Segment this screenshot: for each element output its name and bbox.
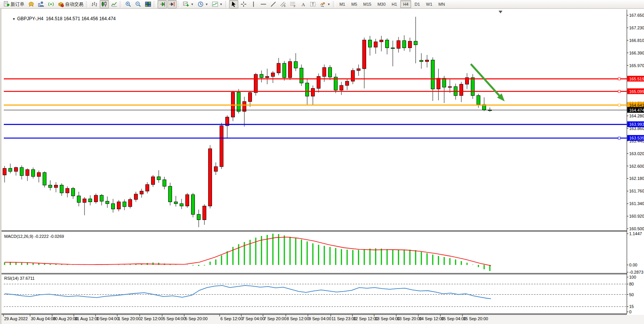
candle-body [106,201,109,204]
line-handle[interactable] [618,104,620,106]
signals-button[interactable] [46,0,56,8]
trendline-icon [270,1,276,7]
candlestick-icon [101,1,107,7]
candle-body [43,173,46,185]
time-axis[interactable]: 29 Aug 202230 Aug 04:0030 Aug 20:0031 Au… [2,314,644,324]
toolbar-group-0: 新订单自动交易 [2,0,85,9]
toolbar-separator [154,1,156,7]
candle-body [431,60,435,89]
cursor-tool-button[interactable] [229,0,238,8]
timeframe-m1-button[interactable]: M1 [337,0,348,8]
bar-chart-mode-button[interactable] [90,0,99,8]
toolbar-group-2 [123,0,153,9]
candle-body [14,167,18,171]
zoom-in-icon [125,1,131,7]
svg-text:5 Sep 04:00: 5 Sep 04:00 [163,316,185,321]
strategy-tester-button[interactable] [37,0,46,8]
candle-body [72,188,75,196]
text-tool-button[interactable]: A [298,0,308,8]
svg-text:163.993: 163.993 [629,122,644,127]
svg-text:162.600: 162.600 [629,164,644,168]
svg-text:166.810: 166.810 [629,38,644,43]
toolbar-separator [333,1,336,7]
new-chart-dropdown[interactable]: ▼ [182,0,195,8]
timeframe-d1-button[interactable]: D1 [412,0,422,8]
candle-body [220,126,223,167]
candlestick-mode-button[interactable] [100,0,109,8]
timeframe-mn-button[interactable]: MN [436,0,448,8]
candle-body [197,214,201,220]
svg-text:6 Sep 12:00: 6 Sep 12:00 [220,316,243,321]
timeframe-h4-button[interactable]: H4 [400,0,411,8]
chart-shift-button[interactable] [167,0,177,8]
zoom-out-icon [135,1,141,7]
crosshair-tool-button[interactable] [239,0,248,8]
candle-body [163,180,166,186]
candle-body [260,74,263,78]
candle-body [471,78,475,96]
candle-body [151,177,155,184]
timeframe-m15-button[interactable]: M15 [360,0,374,8]
svg-text:160.500: 160.500 [629,226,644,231]
chart-client-area[interactable]: 167.650167.230166.810166.390165.970165.5… [0,9,644,324]
svg-text:1.1447: 1.1447 [629,231,642,236]
line-chart-icon [111,1,117,7]
tile-windows-button[interactable] [143,0,153,8]
line-handle[interactable] [618,90,620,93]
candle-body [311,88,315,96]
horizontal-line-tool-button[interactable] [259,0,268,8]
auto-trading-button[interactable]: 自动交易 [56,0,85,8]
indicators-dropdown[interactable]: ▼ [210,0,224,8]
chart-canvas[interactable]: 167.650167.230166.810166.390165.970165.5… [2,9,644,324]
toolbar-group-5: EFAT▼ [229,0,332,9]
shapes-dropdown[interactable]: ▼ [318,0,332,8]
auto-scroll-button[interactable] [158,0,167,8]
svg-text:2 Sep 12:00: 2 Sep 12:00 [140,316,163,321]
fibo-icon: F [290,1,296,7]
candle-body [437,78,440,89]
candle-body [374,42,378,47]
chart-plus-icon [183,1,189,7]
line-handle[interactable] [618,137,620,139]
timeframe-m30-button[interactable]: M30 [375,0,388,8]
label-tool-button[interactable]: T [308,0,317,8]
svg-text:166.390: 166.390 [629,51,644,55]
svg-text:80: 80 [629,282,634,286]
mt4-window: 新订单自动交易▼▼▼EFAT▼M1M5M15M30H1H4D1W1MN 1 16… [0,0,644,324]
candle-body [460,84,463,96]
indicator-icon [212,1,218,7]
svg-text:13 Sep 20:00: 13 Sep 20:00 [397,316,422,321]
svg-text:164.474: 164.474 [629,108,644,112]
candle-body [443,78,446,87]
candle-body [249,93,252,101]
doc-plus-icon [3,1,10,7]
fibonacci-tool-button[interactable]: F [289,0,298,8]
label-t-icon: T [310,1,316,7]
chevron-down-icon[interactable]: ▼ [12,17,16,21]
profiles-dropdown[interactable]: ▼ [196,0,210,8]
candle-body [306,83,309,96]
zoom-in-button[interactable] [124,0,133,8]
styler-button[interactable] [27,0,36,8]
signal-icon [48,1,54,7]
timeframe-group: M1M5M15M30H1H4D1W1MN [336,0,448,9]
vertical-line-tool-button[interactable] [249,0,258,8]
chevron-down-icon: ▼ [220,3,223,6]
candle-body [174,202,178,204]
candle-body [317,77,320,88]
vline-icon [250,1,257,7]
cursor-icon [231,1,237,7]
candle-body [391,48,395,48]
new-order-button[interactable]: 新订单 [2,0,26,8]
timeframe-m5-button[interactable]: M5 [349,0,360,8]
trendline-tool-button[interactable] [269,0,278,8]
channel-tool-button[interactable]: E [279,0,288,8]
shapes-icon [320,1,326,7]
gold-seal-icon [28,1,34,7]
line-chart-mode-button[interactable] [110,0,119,8]
line-handle[interactable] [618,78,620,80]
zoom-out-button[interactable] [134,0,143,8]
timeframe-h1-button[interactable]: H1 [389,0,400,8]
candle-body [363,40,366,69]
timeframe-w1-button[interactable]: W1 [423,0,435,8]
